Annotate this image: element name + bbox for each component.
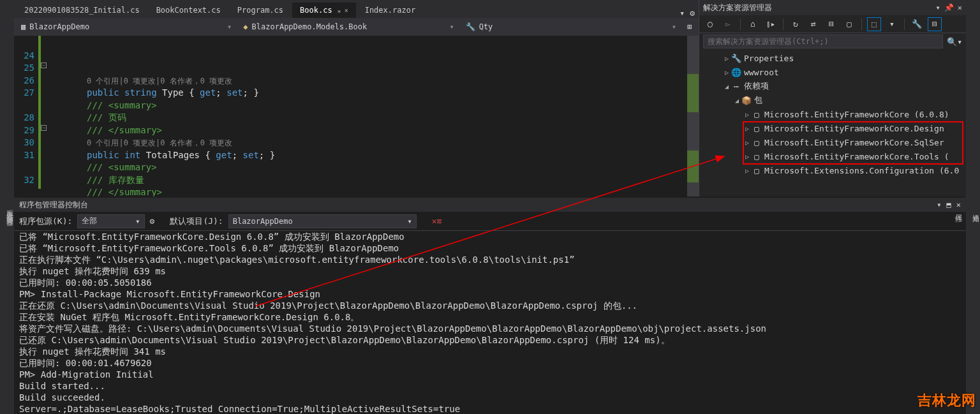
tab-program[interactable]: Program.cs (230, 3, 291, 18)
nav-member[interactable]: Qty (479, 22, 493, 31)
watermark: 吉林龙网 (917, 391, 976, 410)
fold-column: − − (40, 36, 48, 196)
rail-server-explorer[interactable]: 服务器资源管理器 (4, 205, 14, 215)
chevron-down-icon[interactable]: ▾ (672, 22, 676, 31)
solution-explorer-title: 解决方案资源管理器 (703, 3, 772, 13)
pin-icon[interactable]: ⬒ (947, 200, 951, 209)
navigation-bar: ▦BlazorAppDemo▾ ◆BlazorAppDemo.Models.Bo… (14, 18, 699, 36)
refresh-icon[interactable]: ⇄ (806, 17, 820, 31)
tree-node[interactable]: ▷🔧Properties (699, 51, 966, 65)
code-editor: 20220901083528_Initial.cs BookContext.cs… (14, 0, 699, 196)
close-icon[interactable]: ✕ (958, 3, 962, 12)
package-manager-console: 程序包管理器控制台 ▾ ⬒ ✕ 程序包源(K): 全部▾ ⚙ 默认项目(J): … (14, 196, 966, 414)
console-output[interactable]: 已将 “Microsoft.EntityFrameworkCore.Design… (14, 231, 966, 414)
tree-node[interactable]: ◢⋯依赖项 (699, 79, 966, 93)
project-label: 默认项目(J): (170, 216, 223, 227)
tree-node[interactable]: ▷▢Microsoft.Extensions.Configuration (6.… (699, 163, 966, 177)
tab-bookcontext[interactable]: BookContext.cs (149, 3, 228, 18)
fold-toggle[interactable]: − (41, 63, 47, 68)
scroll-map[interactable] (687, 36, 699, 196)
tab-book[interactable]: Book.cs⁎ × (292, 3, 356, 18)
tree-node[interactable]: ▷▢Microsoft.EntityFrameworkCore.Tools ( (699, 149, 966, 163)
pin-icon[interactable]: ⁎ × (338, 7, 348, 14)
gear-icon[interactable]: ⚙ (150, 216, 155, 226)
switch-view-icon[interactable]: ⫿▸ (764, 17, 778, 31)
wrench-icon: 🔧 (466, 22, 475, 31)
solution-tree[interactable]: ▷🔧Properties▷🌐wwwroot◢⋯依赖项◢📦包▷▢Microsoft… (699, 50, 966, 196)
fold-toggle[interactable]: − (41, 125, 47, 131)
clear-icon[interactable]: ✕≡ (432, 216, 442, 226)
search-icon[interactable]: 🔍▾ (947, 37, 962, 47)
chevron-down-icon[interactable]: ▾ (227, 22, 232, 31)
tab-initial[interactable]: 20220901083528_Initial.cs (17, 3, 147, 18)
tree-node[interactable]: ▷▢Microsoft.EntityFrameworkCore (6.0.8) (699, 107, 966, 121)
nav-project[interactable]: BlazorAppDemo (29, 22, 89, 31)
package-source-select[interactable]: 全部▾ (77, 214, 144, 228)
tree-node[interactable]: ▷🌐wwwroot (699, 65, 966, 79)
preview-icon[interactable]: ⊟ (928, 17, 942, 31)
properties-icon[interactable]: 🔧 (910, 17, 924, 31)
show-all-icon[interactable]: ▢ (842, 17, 856, 31)
left-tool-rail: 服务器资源管理器 工具箱 (0, 0, 14, 414)
back-icon[interactable]: ◯ (703, 17, 717, 31)
settings-gear-icon[interactable]: ⚙ (690, 8, 695, 18)
csproj-icon: ▦ (21, 22, 26, 31)
chevron-down-icon[interactable]: ▾ (449, 22, 454, 31)
source-label: 程序包源(K): (19, 216, 72, 227)
sync-icon[interactable]: ↻ (789, 17, 803, 31)
tab-index[interactable]: Index.razor (357, 3, 423, 18)
split-icon[interactable]: ⊞ (687, 22, 692, 31)
home-icon[interactable]: ⌂ (746, 17, 760, 31)
collapse-icon[interactable]: ⊟ (824, 17, 838, 31)
tree-node[interactable]: ▷▢Microsoft.EntityFrameworkCore.SqlSer (699, 135, 966, 149)
right-tool-rail: 通知 属性 (966, 0, 980, 414)
filter-dropdown-icon[interactable]: ▾ (885, 17, 899, 31)
pin-icon[interactable]: 📌 (944, 3, 954, 12)
line-numbers: 24252627 28293031 32 (14, 36, 40, 196)
window-menu-icon[interactable]: ▾ (937, 200, 941, 209)
forward-icon[interactable]: ▻ (721, 17, 735, 31)
tree-node[interactable]: ◢📦包 (699, 93, 966, 107)
default-project-select[interactable]: BlazorAppDemo▾ (228, 214, 417, 228)
solution-toolbar: ◯ ▻ ⌂ ⫿▸ ↻ ⇄ ⊟ ▢ ⬚ ▾ 🔧 ⊟ (699, 15, 966, 33)
nav-class[interactable]: BlazorAppDemo.Models.Book (252, 22, 368, 31)
code-body[interactable]: 0 个引用|0 项更改|0 名作者，0 项更改public string Typ… (48, 36, 687, 196)
console-title: 程序包管理器控制台 (19, 200, 88, 211)
solution-explorer: 解决方案资源管理器 ▾ 📌 ✕ ◯ ▻ ⌂ ⫿▸ ↻ ⇄ ⊟ ▢ (699, 0, 966, 196)
rail-notifications[interactable]: 通知 (970, 209, 980, 211)
rail-properties[interactable]: 属性 (953, 209, 963, 211)
tab-overflow-icon[interactable]: ▾ (679, 8, 685, 18)
window-menu-icon[interactable]: ▾ (936, 3, 940, 12)
tree-node[interactable]: ▷▢Microsoft.EntityFrameworkCore.Design (699, 121, 966, 135)
view-icon[interactable]: ⬚ (867, 17, 881, 31)
class-icon: ◆ (243, 22, 248, 31)
solution-search-input[interactable] (703, 34, 943, 48)
editor-tabbar: 20220901083528_Initial.cs BookContext.cs… (14, 0, 699, 18)
